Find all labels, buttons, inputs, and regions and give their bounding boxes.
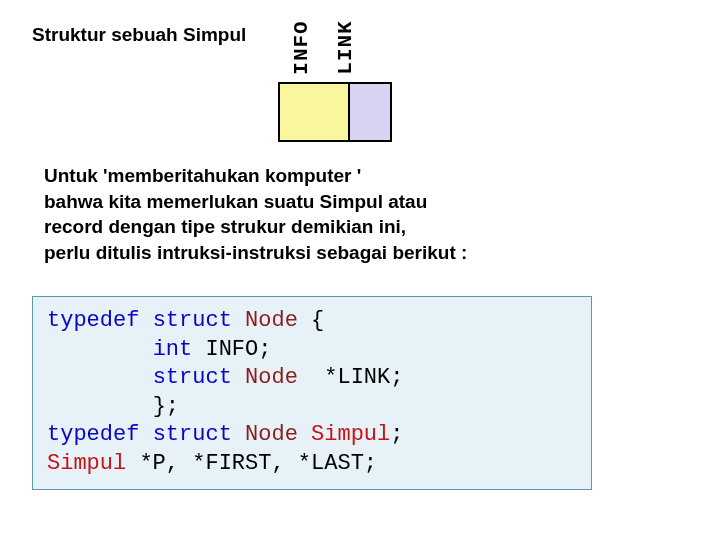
node-struct-diagram: INFO LINK (278, 12, 392, 142)
info-label-text: INFO (290, 20, 313, 74)
info-cell (278, 84, 350, 140)
code-punct: }; (153, 394, 179, 419)
code-keyword: typedef (47, 422, 139, 447)
description-line: Untuk 'memberitahukan komputer ' (44, 163, 664, 189)
description-text: Untuk 'memberitahukan komputer ' bahwa k… (44, 163, 664, 266)
code-type: Node (245, 308, 298, 333)
description-line: bahwa kita memerlukan suatu Simpul atau (44, 189, 664, 215)
code-identifier: Simpul (311, 422, 390, 447)
page-title: Struktur sebuah Simpul (32, 24, 246, 46)
code-identifier: Simpul (47, 451, 126, 476)
code-type: Node (245, 365, 298, 390)
code-keyword: int (153, 337, 193, 362)
link-label-text: LINK (334, 20, 357, 74)
description-line: perlu ditulis intruksi-instruksi sebagai… (44, 240, 664, 266)
code-field: *LINK; (324, 365, 403, 390)
code-punct: ; (390, 422, 403, 447)
code-field: INFO; (205, 337, 271, 362)
link-label: LINK (324, 12, 366, 82)
description-line: record dengan tipe strukur demikian ini, (44, 214, 664, 240)
code-keyword: typedef (47, 308, 139, 333)
code-punct: { (311, 308, 324, 333)
code-decl: *P, *FIRST, *LAST; (139, 451, 377, 476)
code-keyword: struct (153, 308, 232, 333)
code-keyword: struct (153, 365, 232, 390)
code-type: Node (245, 422, 298, 447)
info-label: INFO (278, 12, 324, 82)
link-cell (348, 84, 392, 140)
code-keyword: struct (153, 422, 232, 447)
code-block: typedef struct Node { int INFO; struct N… (32, 296, 592, 490)
